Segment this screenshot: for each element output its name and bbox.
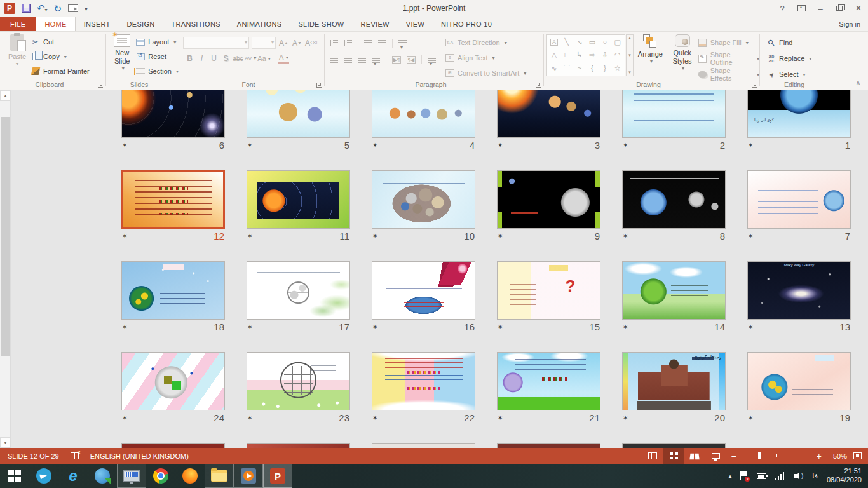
action-center-flag-icon[interactable]: × xyxy=(740,471,748,480)
tab-file[interactable]: FILE xyxy=(0,17,36,31)
slide-13[interactable]: Milky Way Galaxy✶13 xyxy=(747,261,851,334)
slide-14[interactable]: ✶14 xyxy=(622,261,726,334)
slide-thumbnail[interactable] xyxy=(372,443,475,448)
slide-9[interactable]: ✶9 xyxy=(497,170,600,243)
slide-thumbnail[interactable] xyxy=(247,90,350,138)
shape-0-icon[interactable]: A xyxy=(550,39,558,46)
reset-button[interactable]: Reset xyxy=(135,50,179,63)
slide-partial[interactable] xyxy=(622,443,726,448)
taskbar-file-explorer[interactable] xyxy=(205,464,234,488)
shape-fill-button[interactable]: Shape Fill xyxy=(698,36,759,49)
align-left-icon[interactable] xyxy=(330,57,338,63)
ltr-direction-icon[interactable]: ▶¶ xyxy=(392,56,401,64)
shape-effects-button[interactable]: Shape Effects xyxy=(698,68,759,81)
font-name-combo[interactable] xyxy=(183,37,249,49)
section-button[interactable]: Section xyxy=(135,65,179,78)
slide-16[interactable]: ✶16 xyxy=(372,261,475,334)
shape-1-icon[interactable]: ╲ xyxy=(565,39,569,46)
shape-4-icon[interactable]: ○ xyxy=(602,39,607,46)
shape-outline-button[interactable]: Shape Outline xyxy=(698,52,759,65)
shapes-gallery-scrollbar[interactable]: ▲ ▼ ▼ xyxy=(626,34,634,76)
taskbar-internet-explorer[interactable]: e xyxy=(58,464,88,488)
slide-sorter-view-button[interactable] xyxy=(663,448,684,464)
shapes-scroll-down-icon[interactable]: ▼ xyxy=(628,53,632,57)
input-language-indicator[interactable]: فا xyxy=(812,472,818,480)
slide-2[interactable]: ✶2 xyxy=(622,90,726,152)
shape-15-icon[interactable]: { xyxy=(591,65,593,72)
slide-22[interactable]: ✶22 xyxy=(372,352,475,424)
shape-16-icon[interactable]: } xyxy=(604,65,606,72)
slide-18[interactable]: ✶18 xyxy=(121,261,225,334)
slide-thumbnail[interactable] xyxy=(497,352,600,410)
slide-thumbnail[interactable] xyxy=(372,170,475,229)
find-button[interactable]: Find xyxy=(766,36,835,49)
drawing-dialog-launcher-icon[interactable] xyxy=(752,83,757,88)
text-shadow-button[interactable]: S xyxy=(220,53,231,64)
slide-thumbnail[interactable]: Milky Way Galaxy xyxy=(747,261,851,320)
slide-thumbnail[interactable] xyxy=(372,261,475,320)
slide-thumbnail[interactable]: رصدخانه گرینویچ xyxy=(622,352,726,410)
slide-thumbnail[interactable] xyxy=(747,352,851,410)
shape-5-icon[interactable]: ▢ xyxy=(614,39,621,46)
redo-icon[interactable]: ↻ xyxy=(54,4,62,13)
taskbar-download-manager[interactable] xyxy=(88,464,117,488)
undo-dropdown-icon[interactable]: ▾ xyxy=(45,7,48,13)
slide-thumbnail[interactable] xyxy=(372,90,475,138)
justify-icon[interactable] xyxy=(372,57,380,63)
taskbar-media-player[interactable] xyxy=(234,464,263,488)
slide-thumbnail[interactable] xyxy=(372,352,475,410)
clear-formatting-icon[interactable]: A⌫ xyxy=(305,37,317,49)
slide-5[interactable]: ✶5 xyxy=(247,90,350,152)
slide-thumbnail[interactable] xyxy=(247,170,350,229)
scroll-down-icon[interactable]: ▼ xyxy=(0,437,11,448)
slide-8[interactable]: ✶8 xyxy=(622,170,726,243)
slide-20[interactable]: رصدخانه گرینویچ✶20 xyxy=(622,352,726,424)
slide-partial[interactable] xyxy=(121,443,225,448)
spell-check-icon[interactable] xyxy=(71,452,79,459)
hidden-icons-chevron-icon[interactable]: ▴ xyxy=(729,473,732,479)
normal-view-button[interactable] xyxy=(642,448,663,464)
taskbar-onscreen-keyboard[interactable] xyxy=(117,464,146,488)
increase-indent-icon[interactable] xyxy=(378,40,386,46)
paste-button[interactable]: Paste ▾ xyxy=(4,32,31,78)
start-slideshow-icon[interactable] xyxy=(68,4,78,12)
close-icon[interactable]: × xyxy=(849,0,868,17)
bullets-icon[interactable] xyxy=(330,40,338,46)
help-icon[interactable]: ? xyxy=(773,0,792,17)
line-spacing-icon[interactable] xyxy=(398,40,407,46)
clipboard-dialog-launcher-icon[interactable] xyxy=(98,83,103,88)
italic-button[interactable]: I xyxy=(196,53,207,64)
select-button[interactable]: Select xyxy=(766,68,835,81)
change-case-button[interactable]: Aa xyxy=(257,53,270,64)
new-slide-button[interactable]: New Slide xyxy=(109,32,135,78)
undo-button[interactable]: ↶▾ xyxy=(37,3,48,14)
scrollbar-thumb[interactable] xyxy=(1,117,10,356)
shape-10-icon[interactable]: ⇩ xyxy=(602,51,607,58)
decrease-indent-icon[interactable] xyxy=(364,40,372,46)
taskbar-powerpoint[interactable]: P xyxy=(263,464,292,488)
font-dialog-launcher-icon[interactable] xyxy=(316,83,322,88)
shapes-scroll-up-icon[interactable]: ▲ xyxy=(628,36,632,40)
increase-font-size-icon[interactable]: A▲ xyxy=(278,37,289,49)
convert-smartart-button[interactable]: ⊞Convert to SmartArt xyxy=(445,67,526,79)
slide-thumbnail[interactable] xyxy=(497,443,600,448)
slide-partial[interactable] xyxy=(247,443,350,448)
slide-23[interactable]: ✶23 xyxy=(247,352,350,424)
slide-thumbnail[interactable]: ? xyxy=(497,261,600,320)
numbering-icon[interactable] xyxy=(344,40,352,46)
slide-thumbnail[interactable] xyxy=(121,443,225,448)
clock[interactable]: 21:51 08/04/2020 xyxy=(827,467,862,485)
volume-icon[interactable]: ) xyxy=(794,472,803,480)
slide-7[interactable]: ✶7 xyxy=(747,170,851,243)
taskbar-telegram[interactable] xyxy=(29,464,58,488)
shape-17-icon[interactable]: ☆ xyxy=(614,65,621,72)
minimize-icon[interactable]: – xyxy=(811,0,830,17)
slide-thumbnail[interactable] xyxy=(121,352,225,410)
ribbon-display-options-icon[interactable] xyxy=(792,0,811,17)
slide-thumbnail[interactable] xyxy=(622,170,726,229)
slide-10[interactable]: ✶10 xyxy=(372,170,475,243)
language-indicator[interactable]: ENGLISH (UNITED KINGDOM) xyxy=(90,452,189,460)
tab-slide-show[interactable]: SLIDE SHOW xyxy=(290,17,352,31)
slide-thumbnail[interactable] xyxy=(121,261,225,320)
shapes-more-icon[interactable]: ▼ xyxy=(628,71,632,74)
